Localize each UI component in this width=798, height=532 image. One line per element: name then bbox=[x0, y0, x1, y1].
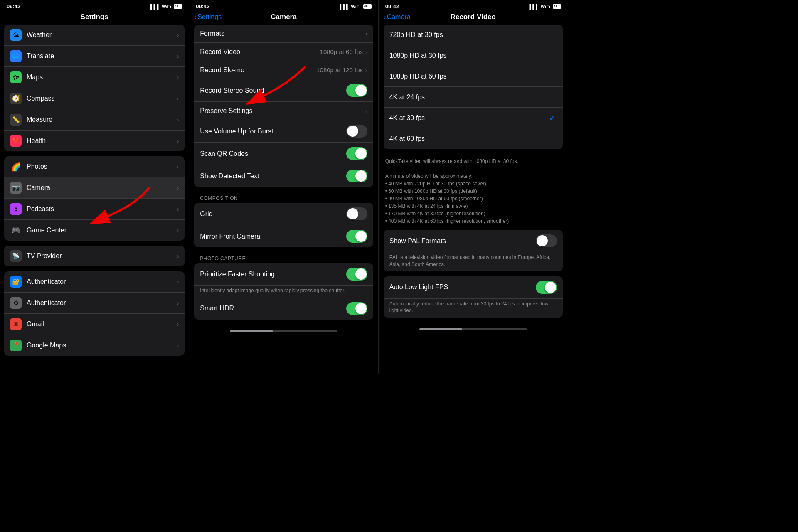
chevron-weather: › bbox=[177, 32, 179, 38]
mirror-front-toggle[interactable] bbox=[346, 230, 367, 243]
pal-group: Show PAL Formats PAL is a television vid… bbox=[384, 230, 563, 271]
settings-row-measure[interactable]: 📏 Measure › bbox=[4, 109, 185, 131]
settings-row-weather[interactable]: 🌤 Weather › bbox=[4, 25, 185, 46]
option-720p-30[interactable]: 720p HD at 30 fps bbox=[384, 25, 563, 45]
measure-icon: 📏 bbox=[10, 114, 22, 126]
option-4k-60[interactable]: 4K at 60 fps bbox=[384, 128, 563, 149]
auth1-label: Authenticator bbox=[27, 278, 177, 286]
scan-qr-label: Scan QR Codes bbox=[200, 150, 346, 158]
auth1-icon: 🔐 bbox=[10, 276, 22, 288]
video-quality-group: 720p HD at 30 fps 1080p HD at 30 fps 108… bbox=[384, 25, 563, 149]
low-light-group: Auto Low Light FPS Automatically reduce … bbox=[384, 276, 563, 318]
tvprovider-label: TV Provider bbox=[27, 252, 177, 260]
camera-group-1: Formats › Record Video 1080p at 60 fps ›… bbox=[194, 25, 373, 187]
wifi-icon: WiFi bbox=[162, 4, 171, 9]
record-video-row[interactable]: Record Video 1080p at 60 fps › bbox=[194, 43, 373, 61]
show-detected-text-toggle[interactable] bbox=[346, 170, 367, 182]
show-pal-row[interactable]: Show PAL Formats bbox=[384, 230, 563, 252]
show-detected-text-row[interactable]: Show Detected Text bbox=[194, 165, 373, 187]
show-pal-toggle[interactable] bbox=[536, 234, 557, 247]
composition-label: COMPOSITION bbox=[194, 192, 373, 203]
record-stereo-row[interactable]: Record Stereo Sound bbox=[194, 79, 373, 102]
toggle-knob-prioritize bbox=[355, 268, 367, 280]
settings-row-health[interactable]: ❤️ Health › bbox=[4, 131, 185, 151]
toggle-knob-detected bbox=[355, 170, 367, 182]
gmail-icon: ✉ bbox=[10, 318, 22, 330]
selected-checkmark: ✓ bbox=[549, 113, 555, 123]
option-4k-30-label: 4K at 30 fps bbox=[389, 114, 549, 122]
auto-low-light-row[interactable]: Auto Low Light FPS bbox=[384, 276, 563, 299]
settings-row-googlemaps[interactable]: 📍 Google Maps › bbox=[4, 335, 185, 356]
scan-qr-row[interactable]: Scan QR Codes bbox=[194, 143, 373, 165]
photo-capture-section: PHOTO CAPTURE Prioritize Faster Shooting… bbox=[194, 252, 373, 320]
grid-row[interactable]: Grid bbox=[194, 203, 373, 225]
health-label: Health bbox=[27, 137, 177, 145]
settings-row-gmail[interactable]: ✉ Gmail › bbox=[4, 314, 185, 335]
panel-settings: 09:42 ▌▌▌ WiFi Settings 🌤 Weather › 🌐 Tr… bbox=[0, 0, 189, 374]
prioritize-row[interactable]: Prioritize Faster Shooting bbox=[194, 263, 373, 286]
settings-row-podcasts[interactable]: 🎙 Podcasts › bbox=[4, 199, 185, 220]
mirror-front-row[interactable]: Mirror Front Camera bbox=[194, 225, 373, 247]
tvprovider-icon: 📡 bbox=[10, 250, 22, 262]
smart-hdr-toggle[interactable] bbox=[346, 302, 367, 315]
panel-record-video: 09:42 ▌▌▌ WiFi ‹ Camera Record Video 720… bbox=[379, 0, 568, 374]
section-group-2: 🌈 Photos › 📷 Camera › 🎙 Podcasts › 🎮 Gam… bbox=[4, 156, 185, 241]
section-group-4: 🔐 Authenticator › ⚙ Authenticator › ✉ Gm… bbox=[4, 271, 185, 356]
time-2: 09:42 bbox=[196, 3, 209, 10]
scroll-indicator-3 bbox=[419, 328, 527, 330]
gmail-label: Gmail bbox=[27, 320, 177, 328]
volume-burst-toggle[interactable] bbox=[346, 125, 367, 138]
camera-settings-list: Formats › Record Video 1080p at 60 fps ›… bbox=[189, 25, 378, 374]
nav-back-2[interactable]: ‹ Settings bbox=[194, 13, 222, 22]
prioritize-toggle[interactable] bbox=[346, 268, 367, 281]
chevron-podcasts: › bbox=[177, 206, 179, 212]
grid-toggle[interactable] bbox=[346, 207, 367, 220]
record-video-list: 720p HD at 30 fps 1080p HD at 30 fps 108… bbox=[379, 25, 568, 374]
wifi-icon-2: WiFi bbox=[351, 4, 361, 9]
settings-row-auth1[interactable]: 🔐 Authenticator › bbox=[4, 271, 185, 293]
settings-row-photos[interactable]: 🌈 Photos › bbox=[4, 156, 185, 177]
section-group-1: 🌤 Weather › 🌐 Translate › 🗺 Maps › 🧭 Com… bbox=[4, 25, 185, 151]
status-bar-3: 09:42 ▌▌▌ WiFi bbox=[379, 0, 568, 11]
scan-qr-toggle[interactable] bbox=[346, 147, 367, 160]
record-stereo-label: Record Stereo Sound bbox=[200, 87, 346, 94]
option-4k-24[interactable]: 4K at 24 fps bbox=[384, 87, 563, 108]
back-label-3: Camera bbox=[387, 13, 411, 21]
settings-row-translate[interactable]: 🌐 Translate › bbox=[4, 46, 185, 67]
podcasts-icon: 🎙 bbox=[10, 203, 22, 215]
option-4k-30[interactable]: 4K at 30 fps ✓ bbox=[384, 108, 563, 128]
settings-row-auth2[interactable]: ⚙ Authenticator › bbox=[4, 293, 185, 314]
nav-back-3[interactable]: ‹ Camera bbox=[384, 13, 411, 22]
photo-capture-group: Prioritize Faster Shooting Intelligently… bbox=[194, 263, 373, 320]
googlemaps-label: Google Maps bbox=[27, 342, 177, 349]
auto-low-light-label: Auto Low Light FPS bbox=[389, 283, 536, 291]
record-slomo-row[interactable]: Record Slo-mo 1080p at 120 fps › bbox=[194, 61, 373, 79]
nav-title-1: Settings bbox=[81, 13, 108, 21]
record-video-value: 1080p at 60 fps bbox=[320, 48, 363, 55]
smart-hdr-row[interactable]: Smart HDR bbox=[194, 298, 373, 320]
option-1080p-60-label: 1080p HD at 60 fps bbox=[389, 73, 557, 80]
settings-row-gamecenter[interactable]: 🎮 Game Center › bbox=[4, 220, 185, 241]
camera-icon: 📷 bbox=[10, 182, 22, 194]
option-1080p-30[interactable]: 1080p HD at 30 fps bbox=[384, 45, 563, 66]
settings-row-compass[interactable]: 🧭 Compass › bbox=[4, 88, 185, 109]
signal-icon-3: ▌▌▌ bbox=[529, 4, 539, 9]
chevron-formats: › bbox=[365, 30, 367, 37]
settings-row-camera[interactable]: 📷 Camera › bbox=[4, 177, 185, 199]
status-icons-2: ▌▌▌ WiFi bbox=[340, 4, 372, 9]
wifi-icon-3: WiFi bbox=[541, 4, 550, 9]
preserve-settings-row[interactable]: Preserve Settings › bbox=[194, 102, 373, 120]
volume-burst-row[interactable]: Use Volume Up for Burst bbox=[194, 120, 373, 143]
toggle-knob-qr bbox=[355, 148, 367, 159]
option-1080p-60[interactable]: 1080p HD at 60 fps bbox=[384, 66, 563, 87]
podcasts-label: Podcasts bbox=[27, 205, 177, 213]
maps-label: Maps bbox=[27, 74, 177, 81]
settings-row-tvprovider[interactable]: 📡 TV Provider › bbox=[4, 246, 185, 266]
auto-low-light-toggle[interactable] bbox=[536, 281, 557, 294]
chevron-health: › bbox=[177, 138, 179, 144]
show-pal-label: Show PAL Formats bbox=[389, 237, 536, 245]
formats-row[interactable]: Formats › bbox=[194, 25, 373, 43]
settings-row-maps[interactable]: 🗺 Maps › bbox=[4, 67, 185, 88]
nav-bar-1: Settings bbox=[0, 11, 189, 25]
record-stereo-toggle[interactable] bbox=[346, 84, 367, 97]
